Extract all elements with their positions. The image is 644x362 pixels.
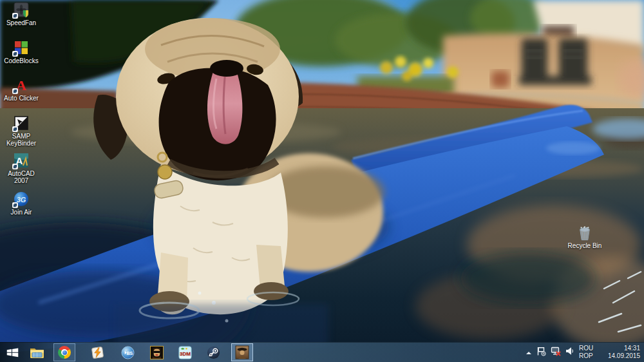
- desktop-icon-speedfan[interactable]: SpeedFan: [1, 2, 41, 26]
- desktop-icon-autocad-2007[interactable]: A AutoCAD 2007: [1, 153, 41, 184]
- network-status-button[interactable]: [551, 347, 561, 359]
- taskbar-google-chrome[interactable]: [53, 343, 75, 361]
- steam-icon: [207, 346, 220, 359]
- language-indicator[interactable]: ROU ROP: [579, 345, 597, 360]
- chrome-icon: [58, 346, 71, 359]
- shortcut-arrow-icon: [12, 126, 18, 132]
- taskbar-steam[interactable]: [204, 344, 223, 361]
- winamp-icon: [91, 346, 104, 359]
- language-line-2: ROP: [579, 352, 597, 360]
- taskbar-photo-viewer[interactable]: [231, 343, 253, 361]
- tray-time: 14:31: [601, 345, 640, 352]
- speaker-icon: [565, 347, 574, 356]
- svg-text:3G: 3G: [17, 196, 26, 204]
- desktop-icon-join-air[interactable]: 3G Join Air: [1, 191, 41, 216]
- shortcut-arrow-icon: [12, 13, 18, 19]
- desktop-icon-label: Join Air: [11, 209, 32, 216]
- gta-san-andreas-icon: [150, 346, 164, 359]
- taskbar-gta-san-andreas[interactable]: [147, 344, 166, 361]
- photo-thumbnail-icon: [235, 345, 249, 359]
- wallpaper-pug-pool: [0, 0, 644, 362]
- desktop[interactable]: SpeedFan CodeBlocks A Auto Clicker: [0, 0, 644, 362]
- action-center-flag-icon: [536, 347, 546, 356]
- show-hidden-icons-button[interactable]: [526, 347, 532, 358]
- recycle-bin[interactable]: Recycle Bin: [563, 225, 607, 249]
- shortcut-arrow-icon: [12, 88, 18, 94]
- desktop-icon-codeblocks[interactable]: CodeBlocks: [1, 40, 41, 64]
- shortcut-arrow-icon: [12, 51, 18, 57]
- recycle-bin-label: Recycle Bin: [568, 242, 602, 249]
- desktop-icon-label: AutoCAD 2007: [1, 170, 41, 184]
- file-explorer-icon: [30, 347, 44, 359]
- svg-text:BS: BS: [126, 350, 133, 356]
- desktop-icon-label: SpeedFan: [6, 19, 36, 26]
- desktop-icon-auto-clicker[interactable]: A Auto Clicker: [1, 77, 41, 102]
- tray-date: 14.09.2015: [601, 352, 640, 360]
- taskbar-3dm-launcher[interactable]: 3DM: [175, 344, 194, 361]
- language-line-1: ROU: [579, 345, 597, 352]
- action-center-button[interactable]: [536, 347, 546, 359]
- taskbar: BS 3DM: [0, 342, 644, 362]
- desktop-icon-label: SAMP KeyBinder: [1, 133, 41, 147]
- start-button[interactable]: [3, 344, 22, 361]
- desktop-icon-label: Auto Clicker: [4, 95, 39, 102]
- taskbar-file-explorer[interactable]: [27, 344, 46, 361]
- network-disconnected-icon: [551, 347, 561, 356]
- desktop-icon-label: CodeBlocks: [4, 57, 38, 64]
- bs-player-icon: BS: [121, 346, 135, 359]
- taskbar-winamp[interactable]: [88, 344, 107, 361]
- shortcut-arrow-icon: [12, 202, 18, 208]
- windows-logo-icon: [6, 346, 19, 359]
- chevron-up-icon: [526, 350, 532, 356]
- desktop-icon-samp-keybinder[interactable]: SAMP KeyBinder: [1, 115, 41, 147]
- svg-text:3DM: 3DM: [179, 351, 190, 357]
- recycle-bin-icon: [578, 225, 591, 241]
- system-tray: ROU ROP 14:31 14.09.2015: [526, 343, 644, 362]
- 3dm-icon: 3DM: [178, 346, 192, 359]
- clock[interactable]: 14:31 14.09.2015: [601, 345, 640, 360]
- shortcut-arrow-icon: [12, 164, 18, 169]
- taskbar-bs-player[interactable]: BS: [118, 344, 137, 361]
- volume-button[interactable]: [565, 347, 574, 358]
